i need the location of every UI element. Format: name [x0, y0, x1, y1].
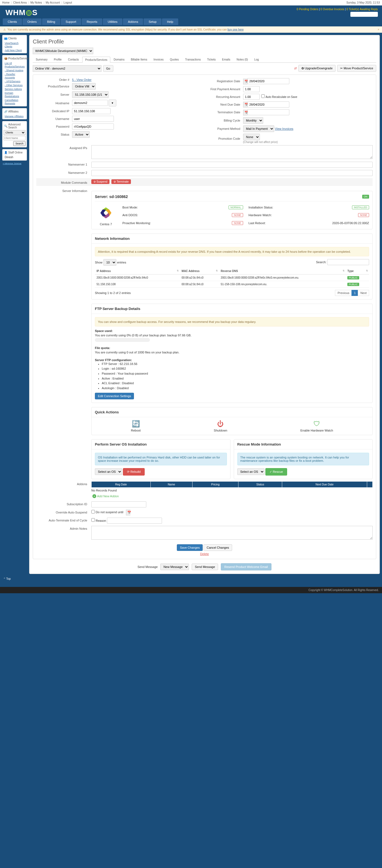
- page-prev[interactable]: Previous: [335, 290, 352, 296]
- order-link[interactable]: 5 - View Order: [72, 78, 92, 82]
- tab-invoices[interactable]: Invoices: [151, 56, 167, 62]
- ns2-input[interactable]: [91, 170, 373, 176]
- topnav-mynotes[interactable]: My Notes: [30, 1, 42, 4]
- nav-support[interactable]: Support: [61, 19, 82, 25]
- hostname-input[interactable]: [72, 100, 108, 106]
- calendar-icon: 📅: [243, 79, 248, 85]
- send-message-button[interactable]: Send Message: [192, 563, 218, 570]
- nav-billing[interactable]: Billing: [42, 19, 60, 25]
- nav-orders[interactable]: Orders: [23, 19, 42, 25]
- nav-reports[interactable]: Reports: [82, 19, 102, 25]
- shutdown-action[interactable]: ⏻Shutdown: [214, 420, 227, 432]
- nav-addons[interactable]: Addons: [123, 19, 143, 25]
- status-select[interactable]: Active: [72, 131, 90, 138]
- tab-contacts[interactable]: Contacts: [65, 56, 82, 62]
- topnav-logout[interactable]: Logout: [64, 1, 72, 4]
- tab-transactions[interactable]: Transactions: [182, 56, 204, 62]
- tab-log[interactable]: Log: [251, 56, 262, 62]
- reboot-action[interactable]: 🔄Reboot: [131, 420, 140, 432]
- terminate-reason-input[interactable]: [107, 518, 162, 524]
- auto-terminate-checkbox[interactable]: [91, 518, 95, 522]
- override-suspend-checkbox[interactable]: [91, 510, 95, 514]
- nav-utilities[interactable]: Utilities: [103, 19, 122, 25]
- admin-notes-textarea[interactable]: [91, 526, 373, 539]
- terminate-button[interactable]: ⊘ Terminate: [112, 179, 131, 184]
- username-input[interactable]: [72, 116, 114, 122]
- recurring-input[interactable]: [243, 94, 260, 100]
- termdate-input[interactable]: [248, 109, 289, 115]
- tab-products[interactable]: Products/Services: [82, 57, 110, 63]
- view-invoices-link[interactable]: View Invoices: [275, 127, 293, 130]
- sidebar-add-client[interactable]: Add New Client: [5, 49, 22, 52]
- col-ip[interactable]: IP Address: [95, 268, 180, 275]
- topnav-myaccount[interactable]: My Account: [46, 1, 60, 4]
- tab-quotes[interactable]: Quotes: [167, 56, 182, 62]
- tab-profile[interactable]: Profile: [51, 56, 65, 62]
- rescue-os-select[interactable]: Select an OS: [237, 468, 264, 475]
- page-1[interactable]: 1: [351, 290, 358, 296]
- col-mac[interactable]: MAC Address: [180, 268, 219, 275]
- nav-clients[interactable]: Clients: [3, 19, 22, 25]
- sidebar-search-button[interactable]: Search: [13, 141, 26, 146]
- go-button[interactable]: Go: [103, 65, 113, 72]
- tab-billable[interactable]: Billable Items: [128, 56, 150, 62]
- os-select[interactable]: Select an OS: [95, 468, 122, 475]
- close-warning-icon[interactable]: ×: [378, 28, 379, 31]
- payment-select[interactable]: Mail In Payment: [243, 125, 274, 132]
- add-addon-button[interactable]: + Add New Addon: [91, 493, 120, 499]
- col-type[interactable]: Type: [346, 268, 369, 275]
- first-payment-input[interactable]: [243, 86, 260, 92]
- tab-emails[interactable]: Emails: [219, 56, 233, 62]
- global-search[interactable]: [350, 12, 378, 17]
- page-next[interactable]: Next: [358, 290, 369, 296]
- col-rdns[interactable]: Reverse DNS: [219, 268, 346, 275]
- password-input[interactable]: [72, 123, 114, 129]
- topnav-clientarea[interactable]: Client Area: [13, 1, 27, 4]
- promo-select[interactable]: None: [243, 134, 260, 140]
- subscription-input[interactable]: [91, 501, 146, 507]
- auto-recalc-checkbox[interactable]: [261, 94, 265, 98]
- topnav-home[interactable]: Home: [2, 1, 10, 4]
- global-search-input[interactable]: [352, 13, 376, 16]
- message-select[interactable]: New Message: [160, 563, 189, 570]
- search-type-select[interactable]: Clients: [4, 130, 26, 135]
- resend-welcome-button[interactable]: Resend Product Welcome Email: [221, 563, 272, 570]
- regdate-input[interactable]: [248, 78, 289, 84]
- product-select[interactable]: Online VM: [72, 83, 96, 90]
- move-button[interactable]: ✂ Move Product/Service: [337, 65, 376, 72]
- suspend-button[interactable]: ⊘ Suspend: [91, 179, 109, 184]
- transfer-icon[interactable]: ⇄: [294, 67, 297, 70]
- tab-domains[interactable]: Domains: [110, 56, 127, 62]
- sidebar-view-clients[interactable]: View/Search Clients: [5, 42, 19, 48]
- hwwatch-action[interactable]: 🛡Enable Hardware Watch: [300, 420, 333, 432]
- nav-setup[interactable]: Setup: [144, 19, 161, 25]
- delete-link[interactable]: Delete: [36, 552, 373, 556]
- assigned-ips-textarea[interactable]: [91, 145, 373, 159]
- ip-input[interactable]: [72, 108, 110, 114]
- tab-notes[interactable]: Notes (0): [233, 56, 251, 62]
- cancel-button[interactable]: Cancel Changes: [203, 544, 232, 551]
- calendar-icon[interactable]: 📅: [126, 509, 130, 516]
- edit-ftp-button[interactable]: Edit Connection Settings: [95, 393, 134, 399]
- minimise-sidebar[interactable]: « Minimise Sidebar: [3, 162, 27, 165]
- rebuild-button[interactable]: ⟳ Rebuild: [123, 468, 145, 475]
- rescue-button[interactable]: ✓ Rescue: [265, 468, 287, 475]
- table-search-input[interactable]: [327, 259, 369, 265]
- top-link[interactable]: ⌃ Top: [0, 576, 14, 581]
- perpage-select[interactable]: 10: [103, 259, 116, 266]
- upgrade-button[interactable]: ✿ Upgrade/Downgrade: [298, 65, 336, 72]
- tab-tickets[interactable]: Tickets: [204, 56, 219, 62]
- search-name-input[interactable]: [4, 136, 26, 140]
- ns1-input[interactable]: [91, 162, 373, 168]
- client-select[interactable]: WHMCSModule Development (WHMCSModule Net…: [33, 48, 93, 54]
- nav-help[interactable]: Help: [162, 19, 178, 25]
- buy-ssl-link[interactable]: buy one here: [227, 28, 244, 31]
- logo[interactable]: WHMS: [3, 7, 40, 19]
- cycle-select[interactable]: Monthly: [243, 117, 263, 124]
- hostname-dropdown[interactable]: ▾: [108, 99, 116, 106]
- duedate-input[interactable]: [248, 101, 289, 107]
- service-select[interactable]: Online VM - demovm2: [33, 65, 101, 72]
- save-button[interactable]: Save Changes: [177, 544, 203, 551]
- tab-summary[interactable]: Summary: [33, 56, 51, 62]
- server-select[interactable]: 51.158.150.108 (1/1: [72, 91, 108, 98]
